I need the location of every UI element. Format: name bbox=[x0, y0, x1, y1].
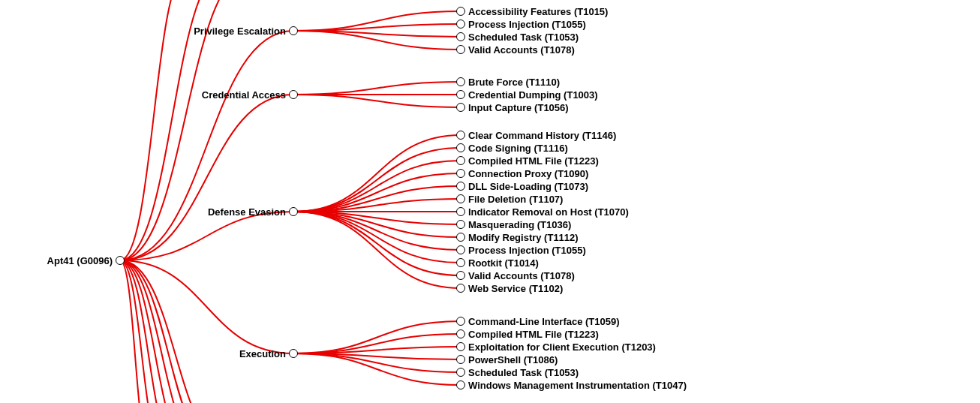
category-3-node[interactable] bbox=[289, 349, 298, 358]
leaf-2-10-node[interactable] bbox=[456, 258, 465, 267]
leaf-0-2-node[interactable] bbox=[456, 32, 465, 41]
leaf-0-3-node[interactable] bbox=[456, 45, 465, 54]
leaf-2-12-label: Web Service (T1102) bbox=[468, 284, 563, 293]
leaf-2-5-node[interactable] bbox=[456, 194, 465, 203]
leaf-0-1-label: Process Injection (T1055) bbox=[468, 20, 586, 29]
leaf-3-4-node[interactable] bbox=[456, 368, 465, 377]
leaf-2-0-node[interactable] bbox=[456, 131, 465, 140]
category-1-label: Credential Access bbox=[202, 90, 286, 100]
leaf-2-3-label: Connection Proxy (T1090) bbox=[468, 169, 588, 179]
leaf-2-11-node[interactable] bbox=[456, 271, 465, 280]
leaf-2-2-label: Compiled HTML File (T1223) bbox=[468, 156, 599, 166]
leaf-2-2-node[interactable] bbox=[456, 156, 465, 165]
leaf-0-0-label: Accessibility Features (T1015) bbox=[468, 7, 608, 17]
leaf-0-3-label: Valid Accounts (T1078) bbox=[468, 45, 575, 55]
leaf-1-1-node[interactable] bbox=[456, 90, 465, 99]
leaf-1-2-node[interactable] bbox=[456, 103, 465, 112]
leaf-2-8-label: Modify Registry (T1112) bbox=[468, 233, 579, 242]
leaf-2-9-label: Process Injection (T1055) bbox=[468, 245, 586, 255]
leaf-0-0-node[interactable] bbox=[456, 7, 465, 16]
leaf-3-2-node[interactable] bbox=[456, 342, 465, 351]
category-0-label: Privilege Escalation bbox=[194, 26, 286, 36]
leaf-3-0-node[interactable] bbox=[456, 317, 465, 326]
category-3-label: Execution bbox=[239, 349, 286, 359]
leaf-2-1-label: Code Signing (T1116) bbox=[468, 143, 568, 153]
leaf-3-3-node[interactable] bbox=[456, 355, 465, 364]
leaf-0-1-node[interactable] bbox=[456, 20, 465, 29]
leaf-2-8-node[interactable] bbox=[456, 233, 465, 242]
category-2-label: Defense Evasion bbox=[208, 207, 286, 217]
leaf-2-0-label: Clear Command History (T1146) bbox=[468, 131, 616, 140]
leaf-2-3-node[interactable] bbox=[456, 169, 465, 178]
category-1-node[interactable] bbox=[289, 90, 298, 99]
leaf-2-11-label: Valid Accounts (T1078) bbox=[468, 271, 575, 281]
leaf-2-4-label: DLL Side-Loading (T1073) bbox=[468, 182, 588, 191]
leaf-2-6-label: Indicator Removal on Host (T1070) bbox=[468, 207, 629, 217]
leaf-3-2-label: Exploitation for Client Execution (T1203… bbox=[468, 342, 656, 352]
leaf-1-0-label: Brute Force (T1110) bbox=[468, 77, 560, 87]
leaf-2-12-node[interactable] bbox=[456, 284, 465, 293]
leaf-2-7-node[interactable] bbox=[456, 220, 465, 229]
leaf-0-2-label: Scheduled Task (T1053) bbox=[468, 32, 579, 42]
leaf-1-2-label: Input Capture (T1056) bbox=[468, 103, 569, 113]
leaf-3-5-node[interactable] bbox=[456, 380, 465, 389]
leaf-1-1-label: Credential Dumping (T1003) bbox=[468, 90, 598, 100]
leaf-3-4-label: Scheduled Task (T1053) bbox=[468, 368, 579, 377]
leaf-3-3-label: PowerShell (T1086) bbox=[468, 355, 558, 365]
category-0-node[interactable] bbox=[289, 26, 298, 35]
leaf-2-7-label: Masquerading (T1036) bbox=[468, 220, 571, 230]
leaf-2-5-label: File Deletion (T1107) bbox=[468, 194, 563, 204]
leaf-2-6-node[interactable] bbox=[456, 207, 465, 216]
leaf-2-10-label: Rootkit (T1014) bbox=[468, 258, 539, 268]
leaf-2-9-node[interactable] bbox=[456, 245, 465, 254]
leaf-2-1-node[interactable] bbox=[456, 143, 465, 152]
leaf-3-1-node[interactable] bbox=[456, 329, 465, 338]
root-label: Apt41 (G0096) bbox=[47, 256, 113, 266]
leaf-1-0-node[interactable] bbox=[456, 77, 465, 86]
leaf-2-4-node[interactable] bbox=[456, 182, 465, 191]
root-node[interactable] bbox=[116, 256, 125, 265]
category-2-node[interactable] bbox=[289, 207, 298, 216]
leaf-3-0-label: Command-Line Interface (T1059) bbox=[468, 317, 620, 326]
leaf-3-1-label: Compiled HTML File (T1223) bbox=[468, 329, 599, 339]
leaf-3-5-label: Windows Management Instrumentation (T104… bbox=[468, 380, 687, 390]
